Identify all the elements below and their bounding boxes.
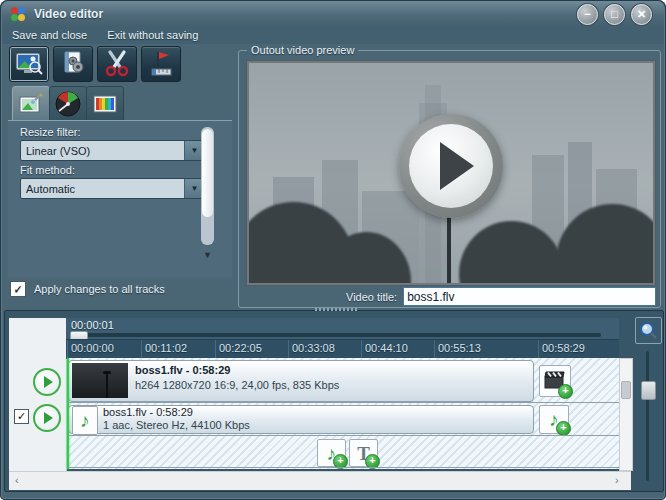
play-icon: [44, 412, 53, 424]
ruler-tick: [141, 340, 142, 359]
video-title-input[interactable]: boss1.flv: [403, 287, 656, 306]
tracks-area: boss1.flv - 0:58:29 h264 1280x720 16:9, …: [67, 358, 619, 469]
time-ruler[interactable]: 00:00:00 00:11:02 00:22:05 00:33:08 00:4…: [66, 339, 619, 359]
position-bar: 00:00:01: [66, 318, 619, 339]
resize-filter-value: Linear (VSO): [21, 145, 184, 157]
music-note-icon: ♪: [80, 411, 90, 430]
plus-icon: +: [556, 421, 571, 436]
video-frame: [246, 60, 656, 286]
check-icon: ✓: [17, 411, 26, 422]
title-bar[interactable]: Video editor − □ ✕: [2, 1, 664, 26]
play-icon: [44, 376, 53, 388]
video-title-row: Video title: boss1.flv: [246, 288, 656, 305]
audio-track-play-button[interactable]: [33, 404, 61, 432]
tab-color-bars[interactable]: [86, 86, 124, 122]
ruler-label: 00:44:10: [365, 342, 408, 354]
timeline-zoom-slider[interactable]: [646, 351, 649, 481]
marker-toolbar-button[interactable]: [141, 46, 181, 82]
video-title-label: Video title:: [346, 291, 397, 303]
screen: Video editor − □ ✕ Save and close Exit w…: [0, 0, 666, 500]
video-clip[interactable]: boss1.flv - 0:58:29 h264 1280x720 16:9, …: [68, 360, 534, 402]
tab-image-edit[interactable]: [12, 86, 50, 122]
play-icon: [440, 142, 474, 190]
row-divider: [67, 435, 619, 436]
file-settings-toolbar-button[interactable]: [53, 46, 93, 82]
lamp-post: [106, 372, 108, 398]
lamp-head: [103, 371, 111, 374]
window-title: Video editor: [34, 7, 103, 21]
position-slider[interactable]: [71, 333, 601, 337]
close-button[interactable]: ✕: [631, 4, 652, 25]
fit-method-dropdown[interactable]: Automatic ▼: [20, 178, 205, 199]
ruler-label: 00:58:29: [542, 342, 585, 354]
tracks-vertical-scrollbar-thumb[interactable]: [621, 381, 631, 399]
add-text-track-button[interactable]: T +: [349, 439, 378, 467]
scroll-right-icon[interactable]: ›: [615, 474, 619, 486]
preview-monitor-icon: [15, 52, 43, 76]
splitter-grip[interactable]: [315, 308, 359, 311]
magnifier-icon: [639, 321, 658, 340]
ruler-label: 00:11:02: [145, 342, 187, 354]
app-icon-dot: [18, 14, 25, 21]
minimize-button[interactable]: −: [577, 4, 598, 25]
ruler-label: 00:55:13: [438, 342, 481, 354]
menu-exit-without-saving[interactable]: Exit without saving: [97, 29, 208, 41]
app-icon-dot: [11, 14, 18, 21]
ruler-label: 00:22:05: [219, 342, 262, 354]
track-header-column: [9, 318, 67, 471]
add-audio-track-button[interactable]: ♪ +: [317, 439, 346, 467]
ruler-tick: [434, 340, 435, 359]
apply-changes-checkbox[interactable]: ✓: [10, 281, 26, 297]
ruler-tick: [361, 340, 362, 359]
plus-icon: +: [558, 384, 573, 399]
file-settings-icon: [60, 51, 86, 77]
timeline-zoom-button[interactable]: [635, 317, 662, 344]
cut-toolbar-button[interactable]: [97, 46, 137, 82]
minimize-icon: −: [578, 5, 597, 24]
maximize-icon: □: [605, 5, 624, 24]
app-icon: [10, 6, 26, 22]
ruler-tick: [67, 340, 68, 359]
app-icon-dot: [18, 7, 25, 14]
app-icon-dot: [11, 7, 18, 14]
cut-scissors-icon: [104, 50, 130, 78]
image-edit-icon: [19, 93, 43, 115]
video-track-play-button[interactable]: [33, 368, 61, 396]
maximize-button[interactable]: □: [604, 4, 625, 25]
ruler-tick: [215, 340, 216, 359]
ruler-label: 00:00:00: [71, 342, 114, 354]
scroll-left-icon[interactable]: ‹: [15, 474, 19, 486]
panel-scroll-down-icon[interactable]: ▼: [203, 250, 212, 260]
audio-note-icon: ♪: [72, 406, 98, 435]
apply-changes-label: Apply changes to all tracks: [34, 283, 165, 295]
marker-flag-icon: [148, 50, 174, 78]
timeline-zoom-slider-thumb[interactable]: [641, 381, 656, 400]
add-audio-button[interactable]: ♪ +: [539, 405, 569, 434]
add-video-button[interactable]: +: [539, 365, 571, 397]
video-clip-thumbnail: [72, 363, 128, 398]
close-icon: ✕: [632, 5, 651, 24]
preview-toolbar-button[interactable]: [9, 46, 49, 82]
ruler-tick: [288, 340, 289, 359]
panel-scrollbar[interactable]: [201, 127, 214, 245]
window-controls: − □ ✕: [571, 4, 652, 25]
panel-scrollbar-thumb[interactable]: [202, 129, 213, 217]
video-preview[interactable]: [249, 63, 653, 283]
menu-bar: Save and close Exit without saving: [2, 26, 664, 44]
resize-filter-dropdown[interactable]: Linear (VSO) ▼: [20, 140, 205, 161]
fit-method-label: Fit method:: [20, 164, 75, 176]
audio-clip[interactable]: ♪ boss1.flv - 0:58:29 1 aac, Stereo Hz, …: [68, 405, 534, 434]
tracks-vertical-scrollbar[interactable]: [619, 358, 633, 471]
resize-filter-label: Resize filter:: [20, 126, 81, 138]
tracks-horizontal-scrollbar[interactable]: ‹ ›: [9, 471, 631, 490]
output-preview-title: Outout video preview: [247, 44, 358, 56]
play-overlay-inner: [409, 124, 493, 208]
tab-gauge[interactable]: [49, 86, 87, 122]
play-overlay-button[interactable]: [399, 114, 503, 218]
apply-changes-row: ✓ Apply changes to all tracks: [10, 281, 165, 297]
playhead[interactable]: [67, 358, 69, 469]
audio-track-enabled-checkbox[interactable]: ✓: [14, 409, 29, 424]
audio-clip-title: boss1.flv - 0:58:29: [103, 406, 193, 418]
menu-save-and-close[interactable]: Save and close: [2, 29, 97, 41]
row-divider: [67, 402, 619, 403]
